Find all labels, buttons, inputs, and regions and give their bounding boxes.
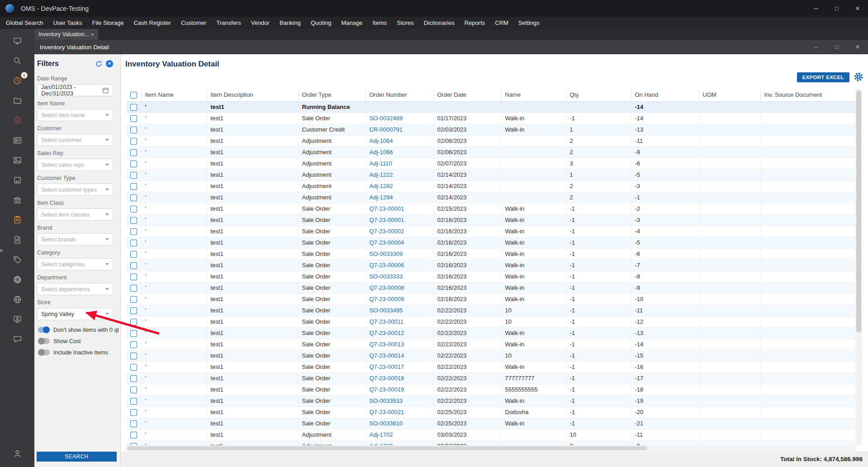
order-number-link[interactable]: SO-0033333: [365, 271, 433, 282]
order-number-link[interactable]: Q7-23-00019: [365, 384, 433, 395]
menu-item-items[interactable]: Items: [367, 17, 392, 29]
table-row[interactable]: ' test1 Running Balance -14: [126, 101, 855, 113]
menu-item-quoting[interactable]: Quoting: [306, 17, 337, 29]
table-row[interactable]: ' test1 Sale Order SO-0033495 02/22/2023…: [126, 305, 855, 316]
table-row[interactable]: ' test1 Sale Order SO-0033309 02/16/2023…: [126, 248, 855, 259]
table-row[interactable]: ' test1 Adjustment Adj-1702 03/03/2023 1…: [126, 429, 855, 440]
sidebar-item-tasks[interactable]: [0, 210, 34, 230]
toggle-include-inactive[interactable]: Include Inactive Items: [37, 347, 113, 358]
row-checkbox[interactable]: [130, 251, 137, 258]
menu-item-user-tasks[interactable]: User Tasks: [48, 17, 87, 29]
column-header[interactable]: Item Name: [141, 89, 207, 101]
column-header[interactable]: Qty: [566, 89, 631, 101]
column-header[interactable]: On Hand: [631, 89, 699, 101]
order-number-link[interactable]: Adj-1064: [365, 135, 433, 146]
menu-item-stores[interactable]: Stores: [392, 17, 419, 29]
select-all-checkbox[interactable]: [130, 92, 137, 99]
table-row[interactable]: ' test1 Sale Order Q7-23-00011 02/22/202…: [126, 316, 855, 327]
row-checkbox[interactable]: [130, 138, 137, 145]
menu-item-vendor[interactable]: Vendor: [246, 17, 275, 29]
sidebar-item-store[interactable]: [0, 170, 34, 190]
row-checkbox[interactable]: [130, 160, 137, 167]
table-row[interactable]: ' test1 Sale Order Q7-23-00021 02/25/202…: [126, 406, 855, 418]
order-number-link[interactable]: Q7-23-00001: [365, 203, 433, 214]
order-number-link[interactable]: Adj-1702: [365, 429, 433, 440]
sidebar-item-files[interactable]: [0, 90, 34, 110]
menu-item-settings[interactable]: Settings: [513, 17, 545, 29]
column-header[interactable]: Order Date: [433, 89, 501, 101]
export-excel-button[interactable]: EXPORT EXCEL: [797, 72, 849, 82]
order-number-link[interactable]: Q7-23-00012: [365, 327, 433, 339]
row-checkbox[interactable]: [130, 127, 137, 133]
toggle-show-cost[interactable]: Show Cost: [37, 335, 113, 347]
column-header[interactable]: Name: [501, 89, 566, 101]
sidebar-item-user[interactable]: [0, 444, 34, 462]
order-number-link[interactable]: Q7-23-00011: [365, 316, 433, 327]
order-number-link[interactable]: Q7-23-00014: [365, 350, 433, 361]
order-number-link[interactable]: Q7-23-00008: [365, 282, 433, 293]
table-row[interactable]: ' test1 Sale Order Q7-23-00002 02/16/202…: [126, 226, 855, 237]
sidebar-item-settings[interactable]: [0, 269, 34, 289]
row-checkbox[interactable]: [130, 206, 137, 212]
horizontal-scrollbar-thumb[interactable]: [127, 446, 647, 450]
column-header[interactable]: Order Type: [298, 89, 365, 101]
table-row[interactable]: ' test1 Adjustment Adj-1709 03/03/2023 2…: [126, 440, 855, 445]
row-checkbox[interactable]: [130, 274, 137, 280]
order-number-link[interactable]: Q7-23-00001: [365, 214, 433, 226]
inner-minimize-button[interactable]: ─: [806, 40, 826, 54]
store-select[interactable]: Spring Valley: [37, 308, 113, 320]
table-row[interactable]: ' test1 Sale Order Q7-23-00019 02/22/202…: [126, 384, 855, 395]
horizontal-scrollbar[interactable]: [126, 445, 855, 451]
row-checkbox[interactable]: [130, 228, 137, 235]
filter-select-item-name[interactable]: Select item name: [37, 109, 113, 121]
filter-select-department[interactable]: Select departments: [37, 283, 113, 295]
menu-item-reports[interactable]: Reports: [460, 17, 490, 29]
row-checkbox[interactable]: [130, 262, 137, 269]
row-checkbox[interactable]: [130, 240, 137, 246]
order-number-link[interactable]: Adj-1709: [365, 440, 433, 445]
filter-select-brand[interactable]: Select brands: [37, 233, 113, 245]
filter-select-customer-type[interactable]: Select customer types: [37, 184, 113, 196]
order-number-link[interactable]: SO-0033309: [365, 248, 433, 259]
table-row[interactable]: ' test1 Sale Order Q7-23-00013 02/22/202…: [126, 339, 855, 350]
column-header[interactable]: Order Number: [365, 89, 433, 101]
panel-expander-arrow[interactable]: ▸: [0, 247, 3, 253]
menu-item-banking[interactable]: Banking: [275, 17, 306, 29]
menu-item-dictionaries[interactable]: Dictionaries: [419, 17, 460, 29]
sidebar-item-documents[interactable]: [0, 230, 34, 250]
menu-item-cash-register[interactable]: Cash Register: [129, 17, 176, 29]
table-row[interactable]: ' test1 Sale Order Q7-23-00017 02/22/202…: [126, 361, 855, 373]
tab-inventory-valuation[interactable]: Inventory Valuation... ×: [34, 29, 98, 40]
sidebar-item-orders[interactable]: 9: [0, 71, 34, 90]
column-header[interactable]: Inv. Source Document: [760, 89, 855, 101]
table-row[interactable]: ' test1 Adjustment Adj-1282 02/14/2023 2…: [126, 180, 855, 192]
order-number-link[interactable]: Q7-23-00021: [365, 406, 433, 418]
order-number-link[interactable]: Adj-1110: [365, 158, 433, 169]
column-header[interactable]: UOM: [699, 89, 760, 101]
search-button[interactable]: SEARCH: [37, 452, 117, 462]
order-number-link[interactable]: Q7-23-00017: [365, 361, 433, 373]
filter-select-sales-rep[interactable]: Select sales reps: [37, 159, 113, 171]
order-number-link[interactable]: Q7-23-00002: [365, 226, 433, 237]
toggle-switch[interactable]: [38, 327, 50, 333]
window-close-button[interactable]: ×: [847, 0, 868, 17]
order-number-link[interactable]: Q7-23-00018: [365, 373, 433, 384]
row-checkbox[interactable]: [130, 398, 137, 405]
table-row[interactable]: ' test1 Adjustment Adj-1066 02/06/2023 2…: [126, 146, 855, 158]
order-number-link[interactable]: SO-0032489: [365, 113, 433, 124]
menu-item-file-storage[interactable]: File Storage: [87, 17, 128, 29]
window-minimize-button[interactable]: ─: [806, 0, 826, 17]
table-row[interactable]: ' test1 Adjustment Adj-1064 02/06/2023 2…: [126, 135, 855, 146]
menu-item-crm[interactable]: CRM: [490, 17, 513, 29]
row-checkbox[interactable]: [130, 341, 137, 348]
sidebar-item-chat[interactable]: [0, 329, 34, 349]
row-checkbox[interactable]: [130, 409, 137, 416]
row-checkbox[interactable]: [130, 217, 137, 224]
inner-close-button[interactable]: ×: [847, 40, 868, 54]
row-checkbox[interactable]: [130, 307, 137, 314]
order-number-link[interactable]: SO-0033495: [365, 305, 433, 316]
row-checkbox[interactable]: [130, 194, 137, 201]
row-checkbox[interactable]: [130, 149, 137, 156]
table-row[interactable]: ' test1 Sale Order Q7-23-00018 02/22/202…: [126, 373, 855, 384]
sidebar-item-tags[interactable]: [0, 250, 34, 269]
